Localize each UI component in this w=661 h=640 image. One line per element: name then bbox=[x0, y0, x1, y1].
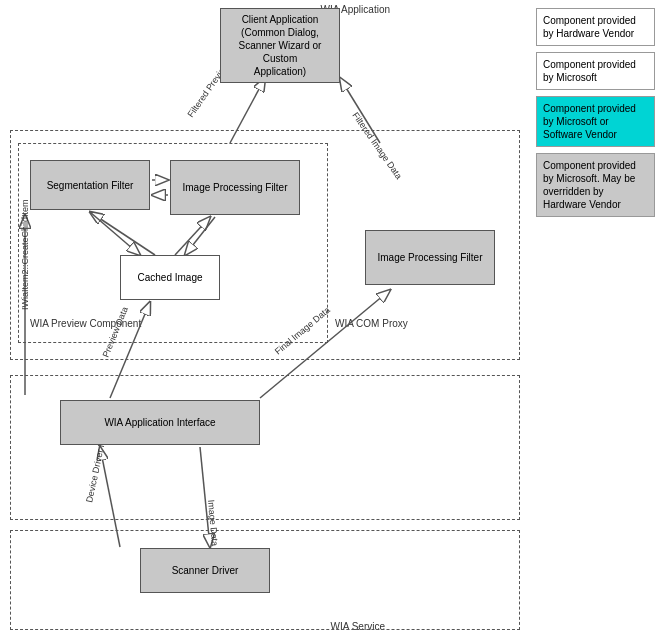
image-processing-filter-left-label: Image Processing Filter bbox=[182, 181, 287, 194]
legend-ms-sw-vendor-label: Component provided by Microsoft or Softw… bbox=[543, 103, 636, 140]
legend-microsoft: Component provided by Microsoft bbox=[536, 52, 655, 90]
client-app-label: Client Application(Common Dialog,Scanner… bbox=[225, 13, 335, 78]
wia-app-interface-box: WIA Application Interface bbox=[60, 400, 260, 445]
scanner-driver-box: Scanner Driver bbox=[140, 548, 270, 593]
cached-image-label: Cached Image bbox=[137, 271, 202, 284]
image-processing-filter-right-box: Image Processing Filter bbox=[365, 230, 495, 285]
legend-hw-vendor: Component provided by Hardware Vendor bbox=[536, 8, 655, 46]
image-processing-filter-right-label: Image Processing Filter bbox=[377, 251, 482, 264]
segmentation-filter-box: Segmentation Filter bbox=[30, 160, 150, 210]
image-processing-filter-left-box: Image Processing Filter bbox=[170, 160, 300, 215]
legend-microsoft-label: Component provided by Microsoft bbox=[543, 59, 636, 83]
wia-app-interface-label: WIA Application Interface bbox=[104, 416, 215, 429]
cached-image-box: Cached Image bbox=[120, 255, 220, 300]
wia-app-area-box bbox=[10, 375, 520, 520]
segmentation-filter-label: Segmentation Filter bbox=[47, 179, 134, 192]
legend-hw-vendor-label: Component provided by Hardware Vendor bbox=[543, 15, 636, 39]
legend-hw-override-label: Component provided by Microsoft. May be … bbox=[543, 160, 636, 210]
legend-hw-override: Component provided by Microsoft. May be … bbox=[536, 153, 655, 217]
scanner-driver-label: Scanner Driver bbox=[172, 564, 239, 577]
legend-panel: Component provided by Hardware Vendor Co… bbox=[530, 0, 661, 640]
legend-ms-sw-vendor: Component provided by Microsoft or Softw… bbox=[536, 96, 655, 147]
client-app-box: Client Application(Common Dialog,Scanner… bbox=[220, 8, 340, 83]
